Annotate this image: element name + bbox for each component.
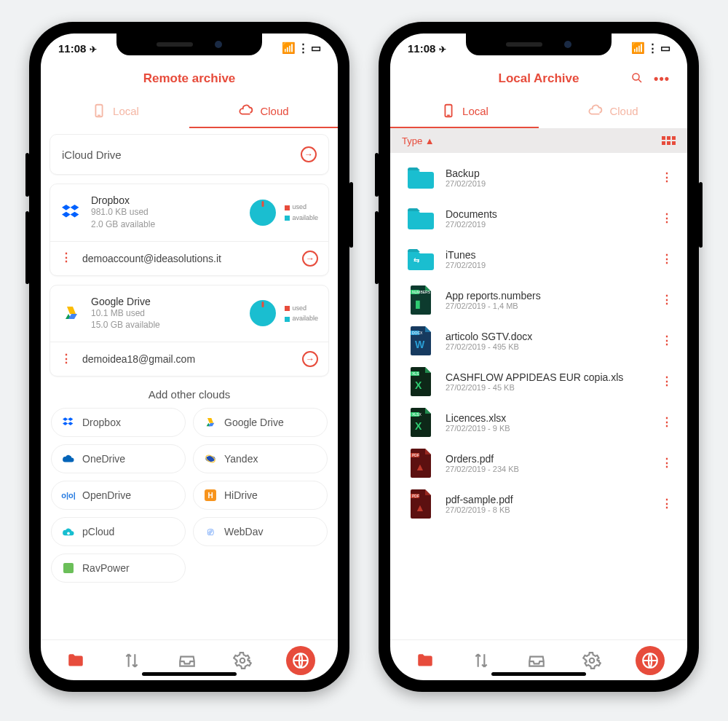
svg-point-7 (633, 74, 639, 80)
row-more-icon[interactable]: ⋮ (661, 339, 673, 343)
tab-transfers[interactable] (119, 648, 144, 673)
home-indicator[interactable] (491, 672, 586, 676)
file-meta: 27/02/2019 - 45 KB (446, 383, 651, 392)
file-meta: 27/02/2019 (446, 261, 651, 269)
row-more-icon[interactable]: ⋮ (661, 216, 673, 221)
row-more-icon[interactable]: ⋮ (661, 298, 673, 302)
add-cloud-onedrive[interactable]: OneDrive (51, 444, 186, 473)
svg-text:NUMBERS: NUMBERS (412, 290, 431, 294)
service-used: 981.0 KB used (91, 206, 241, 218)
file-icon: XXLS (406, 367, 435, 396)
svg-point-4 (67, 532, 70, 535)
icloud-drive-row[interactable]: iCloud Drive → (50, 134, 329, 175)
location-icon: ✈ (439, 44, 446, 55)
file-meta: 27/02/2019 - 1,4 MB (446, 302, 651, 310)
svg-text:DOCX: DOCX (412, 331, 423, 335)
file-name: CASHFLOW APPIDEAS EUR copia.xls (446, 371, 651, 383)
svg-point-2 (205, 456, 215, 462)
file-row[interactable]: ▲PDFpdf-sample.pdf27/02/2019 - 8 KB⋮ (390, 484, 687, 524)
tab-cloud[interactable]: Cloud (189, 95, 338, 128)
usage-donut-icon (250, 300, 276, 326)
phone-icon (91, 103, 107, 119)
file-name: Documents (446, 208, 651, 220)
file-row[interactable]: Backup27/02/2019⋮ (390, 157, 687, 198)
add-cloud-gdrive[interactable]: Google Drive (193, 408, 328, 437)
segment-tabs: Local Cloud (390, 95, 687, 128)
more-icon[interactable]: ⋮ (60, 256, 72, 260)
file-row[interactable]: XXLSCASHFLOW APPIDEAS EUR copia.xls27/02… (390, 361, 687, 402)
yandex-icon (204, 452, 217, 465)
tab-inbox[interactable] (175, 648, 199, 673)
add-cloud-ravpower[interactable]: RavPower (51, 553, 186, 583)
add-cloud-yandex[interactable]: Yandex (193, 444, 328, 473)
row-more-icon[interactable]: ⋮ (661, 176, 673, 180)
wifi-icon: ⋮ (298, 42, 308, 55)
file-row[interactable]: XXLSXLicences.xlsx27/02/2019 - 9 KB⋮ (390, 402, 687, 443)
search-icon[interactable] (630, 71, 644, 88)
file-name: iTunes (446, 249, 651, 261)
service-available: 2.0 GB available (91, 218, 241, 231)
hidrive-icon: H (204, 489, 217, 502)
go-icon[interactable]: → (301, 146, 317, 162)
svg-text:▲: ▲ (415, 502, 425, 513)
usage-legend: used available (285, 303, 318, 324)
battery-icon: ▭ (311, 42, 320, 55)
file-icon: ▲PDF (406, 489, 435, 519)
service-name: Dropbox (91, 194, 241, 206)
tab-files[interactable] (63, 648, 88, 673)
tab-settings[interactable] (579, 648, 604, 673)
cloud-service-gdrive[interactable]: Google Drive 10.1 MB used 15.0 GB availa… (50, 285, 329, 377)
more-icon[interactable]: ••• (654, 71, 670, 87)
file-name: pdf-sample.pdf (446, 494, 651, 505)
grid-view-icon[interactable] (662, 136, 676, 145)
tab-browser[interactable] (636, 646, 665, 675)
file-row[interactable]: ▲PDFOrders.pdf27/02/2019 - 234 KB⋮ (390, 443, 687, 484)
go-icon[interactable]: → (302, 351, 318, 367)
add-cloud-opendrive[interactable]: o|o|OpenDrive (51, 481, 186, 510)
tab-cloud[interactable]: Cloud (539, 95, 687, 128)
battery-icon: ▭ (660, 42, 670, 55)
add-cloud-pcloud[interactable]: pCloud (51, 517, 186, 546)
add-cloud-webdav[interactable]: ⎚WebDav (193, 517, 328, 546)
add-clouds-grid: DropboxGoogle DriveOneDriveYandexo|o|Ope… (50, 408, 329, 583)
file-meta: 27/02/2019 (446, 179, 651, 188)
svg-text:W: W (415, 339, 425, 350)
chip-label: OpenDrive (82, 489, 131, 501)
row-more-icon[interactable]: ⋮ (661, 461, 673, 465)
webdav-icon: ⎚ (204, 525, 217, 538)
sort-bar[interactable]: Type ▲ (390, 128, 687, 153)
service-name: Google Drive (91, 296, 241, 307)
file-name: Backup (446, 168, 651, 179)
chip-label: pCloud (82, 526, 114, 537)
tab-settings[interactable] (230, 648, 255, 673)
svg-line-8 (638, 79, 641, 82)
page-title: Remote archive (143, 71, 236, 86)
go-icon[interactable]: → (302, 251, 318, 267)
tab-inbox[interactable] (524, 648, 549, 673)
add-cloud-dropbox[interactable]: Dropbox (51, 408, 186, 437)
opendrive-icon: o|o| (62, 489, 75, 502)
file-row[interactable]: ⇆iTunes27/02/2019⋮ (390, 239, 687, 280)
file-row[interactable]: ▮NUMBERSApp reports.numbers27/02/2019 - … (390, 280, 687, 320)
tab-transfers[interactable] (469, 648, 494, 673)
svg-text:▮: ▮ (415, 298, 421, 310)
sort-label: Type (402, 135, 422, 146)
page-title: Local Archive (499, 71, 579, 86)
tab-local[interactable]: Local (390, 95, 539, 128)
chip-label: WebDav (224, 526, 263, 537)
file-row[interactable]: WDOCXarticolo SGTV.docx27/02/2019 - 495 … (390, 320, 687, 361)
cloud-service-dropbox[interactable]: Dropbox 981.0 KB used 2.0 GB available u… (50, 184, 329, 276)
add-cloud-hidrive[interactable]: HHiDrive (193, 481, 328, 510)
svg-point-5 (240, 658, 245, 663)
tab-browser[interactable] (286, 646, 315, 675)
row-more-icon[interactable]: ⋮ (661, 379, 673, 384)
more-icon[interactable]: ⋮ (60, 357, 72, 361)
tab-cloud-label: Cloud (260, 105, 288, 117)
file-row[interactable]: Documents27/02/2019⋮ (390, 198, 687, 239)
row-more-icon[interactable]: ⋮ (661, 420, 673, 425)
row-more-icon[interactable]: ⋮ (661, 257, 673, 261)
tab-local[interactable]: Local (41, 95, 189, 128)
tab-files[interactable] (413, 648, 438, 673)
row-more-icon[interactable]: ⋮ (661, 502, 673, 506)
home-indicator[interactable] (142, 672, 237, 676)
